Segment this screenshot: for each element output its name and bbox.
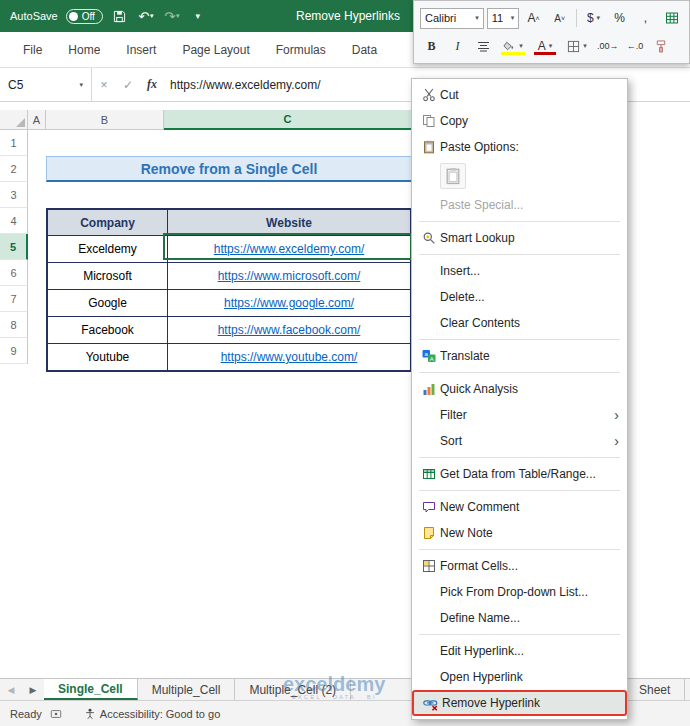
menu-item-sort[interactable]: Sort › [412,428,627,454]
column-header-a[interactable]: A [28,110,46,130]
company-cell[interactable]: Exceldemy [47,236,168,263]
shrink-font-button[interactable]: A˅ [548,7,571,29]
increase-decimal-button[interactable]: .00→ [595,35,621,57]
menu-item-delete[interactable]: Delete... [412,284,627,310]
row-header-3[interactable]: 3 [0,182,28,208]
website-link[interactable]: https://www.google.com/ [224,296,354,310]
redo-icon[interactable]: ↷▾ [163,5,181,27]
decrease-decimal-button[interactable]: ←.0 [624,35,647,57]
company-cell[interactable]: Microsoft [47,263,168,290]
select-all-corner[interactable] [0,110,28,130]
italic-button[interactable]: I [446,35,469,57]
row-header-6[interactable]: 6 [0,260,28,286]
menu-item-clear-contents[interactable]: Clear Contents [412,310,627,336]
fill-color-button[interactable]: ▾ [498,35,528,57]
name-box[interactable]: C5 ▾ [0,68,92,101]
website-cell[interactable]: https://www.youtube.com/ [168,344,412,372]
tab-data[interactable]: Data [341,37,388,63]
insert-function-icon[interactable]: fx [140,77,164,92]
tab-insert[interactable]: Insert [115,37,167,63]
cancel-entry-icon[interactable]: × [92,78,116,92]
comma-style-button[interactable]: , [634,7,657,29]
table-row: Microsoft https://www.microsoft.com/ [47,263,411,290]
website-cell[interactable]: https://www.facebook.com/ [168,317,412,344]
menu-item-define-name[interactable]: Define Name... [412,605,627,631]
percent-style-button[interactable]: % [608,7,631,29]
website-link[interactable]: https://www.youtube.com/ [221,350,358,364]
row-header-7[interactable]: 7 [0,286,28,312]
align-center-button[interactable] [472,35,495,57]
website-cell[interactable]: https://www.google.com/ [168,290,412,317]
prev-sheet-arrow-icon[interactable]: ◀ [0,679,22,700]
menu-item-insert[interactable]: Insert... [412,258,627,284]
format-as-table-button[interactable] [660,7,683,29]
autosave-toggle[interactable]: Off [66,9,103,24]
header-website[interactable]: Website [168,209,412,236]
website-cell[interactable]: https://www.exceldemy.com/ [168,236,412,263]
row-header-9[interactable]: 9 [0,338,28,364]
company-cell[interactable]: Facebook [47,317,168,344]
row-header-5[interactable]: 5 [0,234,28,260]
tab-formulas[interactable]: Formulas [265,37,337,63]
website-cell[interactable]: https://www.microsoft.com/ [168,263,412,290]
header-company[interactable]: Company [47,209,168,236]
row-header-2[interactable]: 2 [0,156,28,182]
align-center-icon [477,41,490,52]
menu-item-cut[interactable]: Cut [412,82,627,108]
website-link[interactable]: https://www.facebook.com/ [218,323,361,337]
menu-item-paste-options[interactable]: Paste Options: [412,134,627,160]
font-size-select[interactable]: 11▾ [487,8,520,29]
menu-item-new-comment[interactable]: New Comment [412,494,627,520]
menu-item-filter[interactable]: Filter › [412,402,627,428]
website-link[interactable]: https://www.microsoft.com/ [218,269,361,283]
row-header-1[interactable]: 1 [0,130,28,156]
tab-file[interactable]: File [12,37,53,63]
formula-input[interactable]: https://www.exceldemy.com/ [170,78,321,92]
tab-page-layout[interactable]: Page Layout [171,37,260,63]
bold-button[interactable]: B [420,35,443,57]
menu-item-open-hyperlink[interactable]: Open Hyperlink [412,664,627,690]
font-color-button[interactable]: A ▾ [531,35,559,57]
menu-item-remove-hyperlink[interactable]: Remove Hyperlink [412,690,627,716]
row-header-8[interactable]: 8 [0,312,28,338]
accessibility-status[interactable]: Accessibility: Good to go [84,708,220,720]
undo-icon[interactable]: ↶▾ [137,5,155,27]
macro-record-icon[interactable] [50,708,62,720]
tab-home[interactable]: Home [57,37,111,63]
menu-item-get-data[interactable]: Get Data from Table/Range... [412,461,627,487]
menu-item-new-note[interactable]: New Note [412,520,627,546]
menu-item-smart-lookup[interactable]: Smart Lookup [412,225,627,251]
menu-item-format-cells[interactable]: Format Cells... [412,553,627,579]
banner-cell[interactable]: Remove from a Single Cell [46,156,412,182]
column-header-b[interactable]: B [46,110,164,130]
paste-button[interactable] [440,163,466,189]
sheet-tab-multiple-cell-2[interactable]: Multiple_Cell (2) [235,679,351,700]
column-header-c[interactable]: C [164,110,412,130]
quick-access-chevron-icon[interactable]: ▾ [189,5,207,27]
menu-item-label: Paste Options: [440,140,619,154]
sheet-tab-sheet[interactable]: Sheet [624,679,685,701]
sheet-tab-single-cell[interactable]: Single_Cell [44,679,138,700]
confirm-entry-icon[interactable]: ✓ [116,78,140,92]
menu-item-quick-analysis[interactable]: Quick Analysis [412,376,627,402]
company-cell[interactable]: Google [47,290,168,317]
menu-item-copy[interactable]: Copy [412,108,627,134]
menu-separator [419,339,620,340]
menu-item-edit-hyperlink[interactable]: Edit Hyperlink... [412,638,627,664]
borders-button[interactable]: ▾ [562,35,592,57]
menu-item-paste-special[interactable]: Paste Special... [412,192,627,218]
company-cell[interactable]: Youtube [47,344,168,372]
website-link[interactable]: https://www.exceldemy.com/ [214,242,365,256]
next-sheet-arrow-icon[interactable]: ▶ [22,679,44,700]
save-icon[interactable] [111,5,129,27]
sheet-tab-multiple-cell[interactable]: Multiple_Cell [138,679,236,700]
grow-font-button[interactable]: A˄ [522,7,545,29]
menu-item-translate[interactable]: aA Translate [412,343,627,369]
accessibility-icon [84,708,96,720]
currency-caret-icon: ▾ [597,14,601,22]
accounting-format-button[interactable]: $▾ [582,7,605,29]
font-name-select[interactable]: Calibri▾ [420,8,484,29]
row-header-4[interactable]: 4 [0,208,28,234]
format-painter-button[interactable] [650,35,673,57]
menu-item-pick-from-dropdown[interactable]: Pick From Drop-down List... [412,579,627,605]
